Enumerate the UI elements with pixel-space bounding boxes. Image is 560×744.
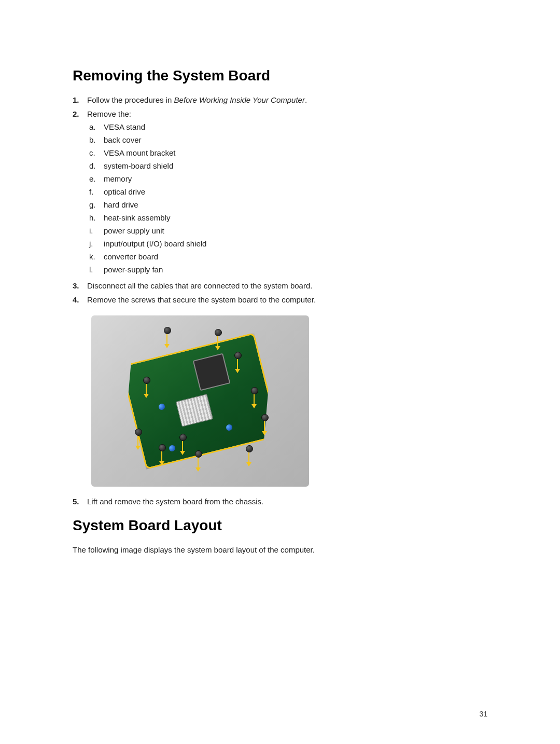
step-number: 2. — [73, 108, 87, 277]
heading-removing-system-board: Removing the System Board — [73, 67, 487, 84]
sub-letter: j. — [87, 238, 104, 249]
sub-a: a.VESA stand — [87, 121, 487, 132]
sub-letter: i. — [87, 225, 104, 236]
sub-text: hard drive — [104, 199, 487, 210]
text-prefix: Follow the procedures in — [87, 95, 174, 104]
sub-letter: a. — [87, 121, 104, 132]
screw-icon — [159, 444, 166, 451]
sub-letter: b. — [87, 134, 104, 145]
step-4: 4. Remove the screws that secure the sys… — [73, 294, 487, 305]
step-text: Remove the: a.VESA stand b.back cover c.… — [87, 108, 487, 277]
sub-g: g.hard drive — [87, 199, 487, 210]
screw-icon — [179, 434, 187, 441]
step-number: 5. — [73, 496, 87, 507]
reference-title: Before Working Inside Your Computer — [174, 95, 305, 104]
sub-c: c.VESA mount bracket — [87, 147, 487, 158]
sub-letter: h. — [87, 212, 104, 223]
arrow-icon — [198, 458, 199, 471]
heading-system-board-layout: System Board Layout — [73, 517, 487, 534]
screw-icon — [164, 327, 171, 334]
step-text: Disconnect all the cables that are conne… — [87, 280, 487, 291]
arrow-icon — [146, 384, 147, 397]
step-5: 5. Lift and remove the system board from… — [73, 496, 487, 507]
screw-icon — [246, 445, 253, 452]
sub-d: d.system-board shield — [87, 160, 487, 171]
arrow-icon — [254, 394, 255, 408]
sub-l: l.power-supply fan — [87, 264, 487, 275]
arrow-icon — [248, 452, 249, 466]
sub-list: a.VESA stand b.back cover c.VESA mount b… — [87, 121, 487, 275]
sub-text: system-board shield — [104, 160, 487, 171]
arrow-icon — [237, 359, 238, 373]
sub-text: converter board — [104, 251, 487, 262]
sub-text: power-supply fan — [104, 264, 487, 275]
sub-j: j.input/output (I/O) board shield — [87, 238, 487, 249]
layout-description: The following image displays the system … — [73, 544, 487, 556]
sub-letter: k. — [87, 251, 104, 262]
sub-k: k.converter board — [87, 251, 487, 262]
sub-letter: d. — [87, 160, 104, 171]
sub-text: input/output (I/O) board shield — [104, 238, 487, 249]
sub-letter: g. — [87, 199, 104, 210]
screw-icon — [251, 387, 258, 394]
step-number: 4. — [73, 294, 87, 305]
sub-text: power supply unit — [104, 225, 487, 236]
step-2: 2. Remove the: a.VESA stand b.back cover… — [73, 108, 487, 277]
step-2-intro: Remove the: — [87, 109, 131, 118]
step-number: 3. — [73, 280, 87, 291]
step-3: 3. Disconnect all the cables that are co… — [73, 280, 487, 291]
screw-icon — [261, 414, 269, 421]
procedure-list-continued: 5. Lift and remove the system board from… — [73, 496, 487, 507]
sub-text: memory — [104, 173, 487, 184]
sub-letter: c. — [87, 147, 104, 158]
sub-text: VESA mount bracket — [104, 147, 487, 158]
sub-h: h.heat-sink assembly — [87, 212, 487, 223]
screw-icon — [234, 352, 242, 359]
step-text: Remove the screws that secure the system… — [87, 294, 487, 305]
screw-icon — [215, 329, 222, 336]
step-text: Follow the procedures in Before Working … — [87, 94, 487, 105]
sub-f: f.optical drive — [87, 186, 487, 197]
arrow-icon — [264, 421, 265, 435]
sub-b: b.back cover — [87, 134, 487, 145]
screw-icon — [195, 450, 202, 458]
screw-icon — [135, 429, 142, 436]
screw-icon — [143, 377, 150, 384]
arrow-icon — [182, 441, 183, 454]
arrow-icon — [217, 336, 218, 350]
step-number: 1. — [73, 94, 87, 105]
sub-e: e.memory — [87, 173, 487, 184]
arrow-icon — [161, 451, 162, 465]
sub-letter: l. — [87, 264, 104, 275]
sub-i: i.power supply unit — [87, 225, 487, 236]
document-page: Removing the System Board 1. Follow the … — [0, 0, 560, 744]
sub-text: back cover — [104, 134, 487, 145]
procedure-list: 1. Follow the procedures in Before Worki… — [73, 94, 487, 305]
step-text: Lift and remove the system board from th… — [87, 496, 487, 507]
text-suffix: . — [305, 95, 307, 104]
arrow-icon — [166, 334, 167, 348]
sub-letter: f. — [87, 186, 104, 197]
sub-text: VESA stand — [104, 121, 487, 132]
sub-text: optical drive — [104, 186, 487, 197]
system-board-figure — [91, 315, 309, 487]
page-number: 31 — [479, 710, 487, 718]
arrow-icon — [137, 436, 138, 449]
sub-text: heat-sink assembly — [104, 212, 487, 223]
sub-letter: e. — [87, 173, 104, 184]
step-1: 1. Follow the procedures in Before Worki… — [73, 94, 487, 105]
